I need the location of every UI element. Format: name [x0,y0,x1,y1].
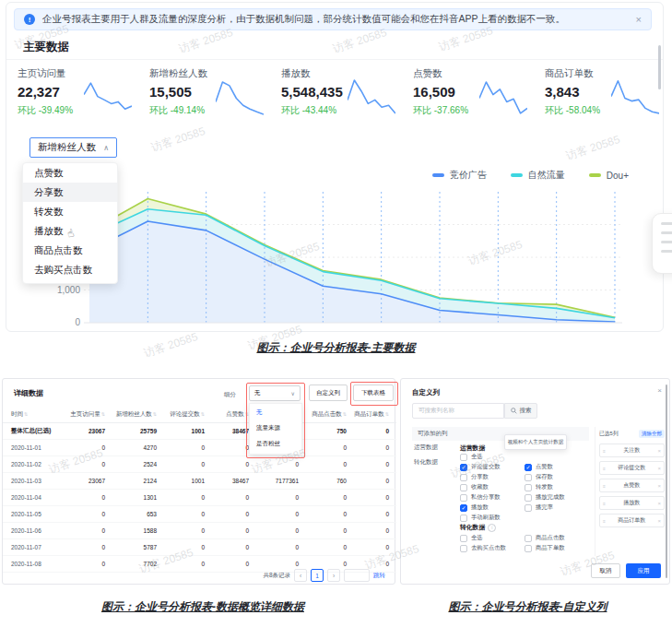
checkbox-option[interactable]: ✓评论提交数 [460,463,500,471]
remove-icon[interactable]: × [657,466,661,471]
checkbox-option[interactable]: 商品点击数 [525,534,564,542]
customize-columns-button[interactable]: 自定义列 [309,384,348,401]
checkbox [525,474,532,481]
info-icon: ! [24,14,35,25]
table-cell: 2020-11-05 [3,511,62,517]
table-cell: 23067 [62,478,112,484]
table-cell: 0 [255,527,305,534]
close-icon[interactable]: × [636,14,642,25]
column-header[interactable]: 商品订单数⇅ [353,410,395,419]
cancel-button[interactable]: 取消 [591,563,620,578]
table-cell: 0 [305,561,353,567]
checkbox-option[interactable]: 收藏数 [460,483,489,491]
selected-column-item[interactable]: ≡关注数× [599,444,665,457]
caption-table: 图示：企业号分析报表-数据概览详细数据 [0,599,406,615]
legend-item[interactable]: 竞价广告 [432,169,487,182]
select-all-checkbox[interactable]: 全选 [460,453,483,461]
dropdown-option[interactable]: 商品点击数 [23,241,117,260]
selected-column-item[interactable]: ≡商品订单数× [599,514,665,527]
remove-icon[interactable]: × [657,501,661,506]
selected-column-item[interactable]: ≡点赞数× [599,479,665,492]
page-jump-input[interactable] [344,569,370,582]
page-jump-button[interactable]: 跳转 [373,572,385,580]
dropdown-scrollbar[interactable] [658,45,661,89]
checkbox-option[interactable]: 播放完成数 [525,493,564,502]
segment-option[interactable]: 无 [250,404,301,420]
column-header[interactable]: 商品点击数⇅ [305,410,353,419]
segment-option[interactable]: 是否粉丝 [250,435,301,451]
table-cell: 0 [163,444,211,451]
dropdown-option[interactable]: 分享数 [23,183,117,202]
dropdown-option[interactable]: 去购买点击数 [23,260,117,279]
dropdown-option[interactable]: 转发数 [23,202,117,221]
legend-item[interactable]: 自然流量 [511,169,565,182]
close-icon[interactable]: × [657,386,662,395]
sort-icon: ⇅ [343,411,347,417]
checkbox-option[interactable]: 播完率 [525,503,553,512]
clear-all-button[interactable]: 清除全部 [639,430,665,438]
checkbox-option[interactable]: ✓播放数 [460,503,489,512]
next-page-button[interactable]: › [327,569,340,582]
prev-page-button[interactable]: ‹ [294,569,307,582]
column-header[interactable]: 新增粉丝人数⇅ [112,410,163,419]
apply-button[interactable]: 应用 [626,563,661,578]
page-number[interactable]: 1 [311,569,324,582]
selected-column-label: 关注数 [623,446,640,455]
table-cell: 2020-11-07 [3,544,62,550]
column-header[interactable]: 主页访问量⇅ [62,410,112,419]
checkbox [460,545,467,552]
remove-icon[interactable]: × [657,448,661,454]
table-cell: 0 [163,527,211,534]
selected-column-item[interactable]: ≡评论提交数× [599,461,665,475]
dialog-title: 自定义列 [412,388,440,397]
segment-select[interactable]: 无 ∨ [249,385,301,401]
table-cell: 0 [255,561,305,567]
checkbox-option[interactable]: ✓点赞数 [525,463,553,471]
table-cell: 750 [305,428,353,434]
checkbox-option[interactable]: 去购买点击数 [460,544,506,552]
table-row: 整体汇总(已选)23067257591001384677500 [3,423,396,440]
checkbox-option[interactable]: 私信分享数 [460,493,500,502]
table-cell: 2020-11-08 [3,561,62,567]
segment-select-value: 无 [254,389,261,397]
legend-label: 竞价广告 [450,169,487,182]
checkbox-option[interactable]: 全选 [460,534,483,542]
table-row: 2020-11-010427000000 [3,440,396,456]
column-search-input[interactable]: 可搜索列名称 [412,403,504,419]
column-header[interactable]: 评论提交数⇅ [163,410,211,419]
dropdown-option[interactable]: 点赞数 [23,163,117,183]
table-cell: 0 [305,444,353,451]
dropdown-option[interactable]: 商品订单数 [23,279,117,284]
metric-select[interactable]: 新增粉丝人数 ∧ [29,137,117,158]
column-header[interactable]: 时间⇅ [3,410,62,419]
dialog-nav-item[interactable]: 运营数据 [414,444,454,452]
checkbox-label: 点赞数 [536,463,553,471]
checkbox: ✓ [460,464,467,471]
segment-option[interactable]: 流量来源 [250,420,301,435]
search-button[interactable]: 搜索 [504,403,537,419]
selected-column-item[interactable]: ≡播放数× [599,496,665,510]
table-cell: 23067 [62,428,112,434]
checkbox-label: 分享数 [471,473,489,481]
remove-icon[interactable]: × [657,518,661,524]
table-cell: 7702 [112,561,163,567]
dropdown-option[interactable]: 播放数☝ [23,221,117,241]
caption-main: 图示：企业号分析报表-主要数据 [0,340,672,356]
checkbox-option[interactable]: 商品下单数 [525,544,564,552]
tooltip-text-bar [661,241,672,243]
checkbox-option[interactable]: 分享数 [460,473,489,481]
download-table-button[interactable]: 下载表格 [353,384,394,401]
metric-sparkline [216,77,264,119]
legend-item[interactable]: Dou+ [589,171,629,181]
table-cell: 0 [62,444,112,451]
checkbox-option[interactable]: 转发数 [525,483,553,491]
legend-swatch [432,173,444,177]
dialog-scrollbar[interactable] [666,384,667,578]
detail-table-screenshot: 详细数据 细分 无 ∨ 无流量来源是否粉丝 自定义列 下载表格 时间⇅主页访问量… [2,378,395,585]
table-cell: 0 [62,494,112,501]
dialog-nav-item[interactable]: 转化数据 [414,458,454,467]
checkbox-option[interactable]: 手动刷新数 [460,514,500,522]
table-cell: 0 [353,461,395,467]
remove-icon[interactable]: × [657,483,661,489]
checkbox-option[interactable]: 保存数 [525,473,553,481]
